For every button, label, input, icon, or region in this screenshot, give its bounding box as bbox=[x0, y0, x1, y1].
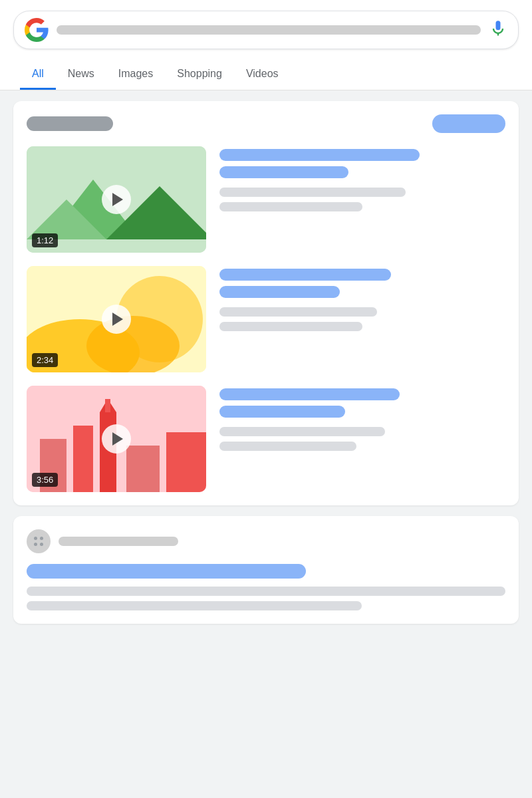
video-desc-2-line1 bbox=[219, 307, 377, 317]
result-card bbox=[13, 516, 519, 624]
result-description-line1 bbox=[27, 587, 505, 596]
site-icon-dot-2 bbox=[40, 537, 43, 540]
main-content: 1:12 2:34 bbox=[0, 90, 532, 634]
site-icon-dot-4 bbox=[40, 543, 43, 546]
video-duration-3: 3:56 bbox=[32, 473, 58, 487]
video-title-3-line1 bbox=[219, 388, 400, 400]
video-thumbnail-1[interactable]: 1:12 bbox=[27, 146, 206, 253]
svg-rect-15 bbox=[166, 432, 206, 492]
play-button-3[interactable] bbox=[102, 424, 131, 454]
video-item-1[interactable]: 1:12 bbox=[27, 146, 505, 253]
video-title-2-line2 bbox=[219, 286, 340, 298]
search-bar[interactable] bbox=[13, 11, 519, 49]
search-tabs: All News Images Shopping Videos bbox=[13, 60, 519, 90]
see-more-button[interactable] bbox=[432, 114, 505, 133]
video-item-2[interactable]: 2:34 bbox=[27, 266, 505, 372]
video-desc-3-line2 bbox=[219, 442, 356, 451]
site-icon-grid bbox=[34, 537, 43, 546]
video-thumbnail-2[interactable]: 2:34 bbox=[27, 266, 206, 372]
search-bar-area: All News Images Shopping Videos bbox=[0, 0, 532, 90]
google-logo-icon bbox=[25, 18, 49, 42]
tab-shopping[interactable]: Shopping bbox=[165, 60, 234, 90]
tab-news[interactable]: News bbox=[56, 60, 106, 90]
video-item-3[interactable]: 3:56 bbox=[27, 386, 505, 492]
site-favicon bbox=[27, 529, 51, 553]
result-title[interactable] bbox=[27, 564, 306, 579]
microphone-icon[interactable] bbox=[489, 19, 507, 41]
svg-rect-13 bbox=[105, 399, 110, 412]
video-title-2-line1 bbox=[219, 269, 391, 281]
site-icon-dot-1 bbox=[34, 537, 37, 540]
video-duration-2: 2:34 bbox=[32, 353, 58, 367]
search-input[interactable] bbox=[57, 25, 481, 35]
tab-images[interactable]: Images bbox=[106, 60, 165, 90]
video-thumbnail-3[interactable]: 3:56 bbox=[27, 386, 206, 492]
video-title-3-line2 bbox=[219, 406, 345, 418]
video-results-card: 1:12 2:34 bbox=[13, 101, 519, 505]
svg-rect-10 bbox=[73, 426, 93, 492]
video-title-1-line2 bbox=[219, 166, 348, 178]
video-desc-1-line2 bbox=[219, 202, 362, 211]
video-info-1 bbox=[219, 146, 505, 253]
play-button-1[interactable] bbox=[102, 185, 131, 214]
video-title-1-line1 bbox=[219, 149, 420, 161]
play-button-2[interactable] bbox=[102, 305, 131, 334]
card-header bbox=[27, 114, 505, 133]
video-desc-3-line1 bbox=[219, 427, 385, 436]
video-info-2 bbox=[219, 266, 505, 372]
result-description-line2 bbox=[27, 601, 362, 610]
video-desc-2-line2 bbox=[219, 322, 362, 331]
site-icon-dot-3 bbox=[34, 543, 37, 546]
tab-all[interactable]: All bbox=[20, 60, 56, 90]
video-desc-1-line1 bbox=[219, 188, 406, 197]
video-info-3 bbox=[219, 386, 505, 492]
video-duration-1: 1:12 bbox=[32, 233, 58, 247]
card-section-label bbox=[27, 116, 113, 131]
tab-videos[interactable]: Videos bbox=[234, 60, 291, 90]
site-name-placeholder bbox=[59, 537, 178, 546]
result-header bbox=[27, 529, 505, 553]
svg-rect-14 bbox=[126, 446, 160, 492]
